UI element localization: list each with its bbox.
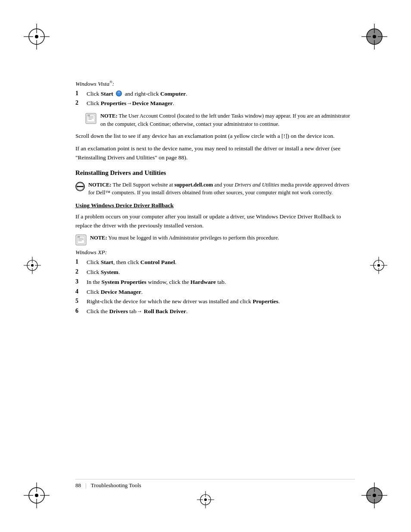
corner-mark-tl [24,24,50,50]
svg-point-32 [31,264,34,267]
footer-divider: | [85,482,87,489]
main-content: Windows Vista®: 1 Click Start and r [75,80,355,472]
left-center-mark [24,257,41,276]
svg-point-45 [118,91,120,93]
footer-title: Troubleshooting Tools [91,482,141,489]
svg-point-1 [35,35,38,38]
list-item: 2 Click System. [75,268,355,277]
note-box-1: ✓ M NOTE: The User Account Control (loca… [85,112,355,128]
list-item: 3 In the System Properties window, click… [75,278,355,286]
footer: 88 | Troubleshooting Tools [75,479,355,489]
sub-heading-device-driver: Using Windows Device Driver Rollback [75,202,355,209]
svg-text:M: M [77,236,80,238]
note-icon-2: M [75,234,87,246]
svg-text:M: M [87,114,90,117]
page: Windows Vista®: 1 Click Start and r [0,0,411,532]
body-para-1: Scroll down the list to see if any devic… [75,132,355,141]
svg-point-20 [373,494,376,497]
corner-mark-bl [24,482,50,508]
svg-point-38 [377,264,380,267]
windows-vista-label: Windows Vista®: [75,80,355,87]
windows-xp-label: Windows XP: [75,249,355,256]
xp-steps-list: 1 Click Start, then click Control Panel.… [75,258,355,316]
list-item: 6 Click the Drivers tab→ Roll Back Drive… [75,308,355,316]
list-item: 5 Right-click the device for which the n… [75,298,355,306]
corner-mark-br [361,482,387,508]
svg-point-26 [204,498,207,501]
bottom-center-mark [197,491,214,508]
notice-box: NOTICE: The Dell Support website at supp… [75,181,355,197]
list-item: 2 Click Properties→Device Manager. [75,100,355,108]
notice-text: NOTICE: The Dell Support website at supp… [88,181,355,197]
section-heading-reinstalling: Reinstalling Drivers and Utilities [75,169,355,177]
windows-start-icon [115,90,122,97]
note-box-2: M NOTE: You must be logged in with Admin… [75,234,355,246]
sub-para: If a problem occurs on your computer aft… [75,212,355,230]
svg-point-14 [35,494,38,497]
vista-steps-list: 1 Click Start and right-click Computer. [75,90,355,108]
page-number: 88 [75,482,81,489]
svg-point-8 [373,35,376,38]
list-item: 1 Click Start and right-click Computer. [75,90,355,98]
note-icon: ✓ M [85,112,97,124]
corner-mark-tr [361,24,387,50]
right-center-mark [370,257,387,276]
body-para-2: If an exclamation point is next to the d… [75,144,355,162]
note-text-1: NOTE: The User Account Control (located … [100,112,355,128]
notice-icon [75,182,85,191]
note-text-2: NOTE: You must be logged in with Adminis… [90,234,279,242]
list-item: 1 Click Start, then click Control Panel. [75,258,355,267]
list-item: 4 Click Device Manager. [75,288,355,296]
